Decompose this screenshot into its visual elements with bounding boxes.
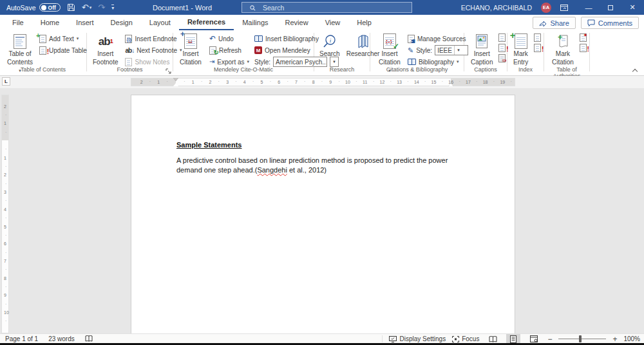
zoom-out-button[interactable]: − <box>547 335 552 343</box>
horizontal-ruler[interactable]: 1212345678910111213141516171819·········… <box>131 78 515 86</box>
mark-entry-button[interactable]: + Mark Entry <box>511 33 531 66</box>
mendeley-insert-citation-icon: +M <box>184 33 197 50</box>
insert-table-of-figures-icon[interactable] <box>498 33 506 42</box>
web-layout-button[interactable] <box>527 334 541 344</box>
autosave-state: Off <box>48 5 56 11</box>
ribbon: Table of Contents ▾ + Add Text▾ ! Update… <box>0 30 644 76</box>
comments-button[interactable]: Comments <box>581 17 639 29</box>
group-label: Captions <box>464 66 507 75</box>
tab-review[interactable]: Review <box>277 15 317 30</box>
tab-view[interactable]: View <box>317 15 349 30</box>
update-table-button[interactable]: ! Update Table <box>39 45 87 55</box>
tab-home[interactable]: Home <box>32 15 68 30</box>
print-layout-button[interactable] <box>506 334 520 344</box>
tab-help[interactable]: Help <box>348 15 380 30</box>
collapse-ribbon-button[interactable] <box>632 68 638 73</box>
search-button[interactable]: i Search <box>317 33 343 59</box>
update-table-of-figures-icon[interactable]: ! <box>498 44 506 52</box>
manage-sources-button[interactable]: ▦ Manage Sources <box>408 33 468 44</box>
tab-mailings[interactable]: Mailings <box>234 15 276 30</box>
update-table-icon: ! <box>39 46 46 55</box>
word-count[interactable]: 23 words <box>48 335 75 342</box>
zoom-level[interactable]: 100% <box>623 335 640 342</box>
citation-style-row: ✎ Style: IEEE ▾ <box>408 45 468 55</box>
insert-table-of-authorities-icon[interactable]: ✦ <box>580 33 587 42</box>
mendeley-export-button[interactable]: ⇥ Export as▾ <box>209 57 249 67</box>
update-index-icon[interactable]: ! <box>534 44 541 52</box>
zoom-slider[interactable] <box>558 339 606 339</box>
tab-file[interactable]: File <box>4 15 32 30</box>
export-icon: ⇥ <box>209 59 214 65</box>
insert-footnote-button[interactable]: ab1 Insert Footnote <box>90 33 120 66</box>
search-input[interactable]: Search <box>242 2 412 13</box>
mendeley-undo-button[interactable]: ↶ Undo <box>209 33 249 44</box>
display-settings-icon <box>389 336 397 342</box>
hanging-indent-marker[interactable] <box>173 83 178 86</box>
autosave-toggle[interactable]: AutoSave Off <box>6 3 61 12</box>
mark-citation-button[interactable]: + Mark Citation <box>549 33 576 66</box>
bibliography-button[interactable]: Bibliography▾ <box>408 57 468 67</box>
group-table-of-contents: Table of Contents ▾ + Add Text▾ ! Update… <box>0 30 86 75</box>
document-page[interactable]: Sample Statements A predictive control b… <box>131 95 515 333</box>
page-indicator[interactable]: Page 1 of 1 <box>5 335 38 342</box>
tab-stop-selector[interactable]: L <box>2 77 10 86</box>
document-heading[interactable]: Sample Statements <box>176 141 242 149</box>
document-paragraph[interactable]: A predictive control based on linear pre… <box>176 156 479 175</box>
restore-button[interactable] <box>604 4 617 12</box>
group-label: Citations & Bibliography <box>370 66 464 75</box>
proofing-icon[interactable] <box>85 335 93 342</box>
tab-design[interactable]: Design <box>102 15 141 30</box>
group-table-of-authorities: + Mark Citation ✦ ! Table of Authorities <box>544 30 589 75</box>
manage-sources-icon: ▦ <box>408 35 415 43</box>
mendeley-icon: M <box>254 46 262 54</box>
footnotes-dialog-launcher-icon[interactable] <box>166 68 171 74</box>
customize-qat-icon[interactable]: ▾ <box>111 5 114 11</box>
focus-icon <box>452 336 459 342</box>
zoom-in-button[interactable]: + <box>612 335 617 343</box>
status-bar: Page 1 of 1 23 words Display Settings Fo… <box>0 333 644 343</box>
user-name[interactable]: ECHANO, ARCHIBALD <box>461 4 532 12</box>
insert-caption-button[interactable]: Insert Caption <box>468 33 495 66</box>
tab-references[interactable]: References <box>179 15 234 30</box>
style-label: Style: <box>254 59 270 66</box>
group-label: Table of Contents <box>0 66 86 75</box>
tab-layout[interactable]: Layout <box>141 15 179 30</box>
save-icon[interactable] <box>67 3 75 12</box>
vertical-ruler[interactable]: 1212345678910············· <box>1 95 9 333</box>
svg-text:i: i <box>330 37 332 44</box>
undo-button[interactable]: ↶▾ <box>82 3 91 12</box>
redo-button[interactable]: ↷ <box>98 3 105 12</box>
read-mode-button[interactable] <box>486 334 500 344</box>
share-button[interactable]: Share <box>533 17 575 29</box>
cross-reference-icon[interactable]: ▭ <box>498 54 506 62</box>
group-research: i Search Researcher Research <box>314 30 370 75</box>
undo-icon: ↶ <box>209 35 216 42</box>
add-text-button[interactable]: + Add Text▾ <box>39 33 87 44</box>
search-icon <box>250 5 256 11</box>
ruler-row: L 1212345678910111213141516171819·······… <box>0 76 644 88</box>
zoom-slider-thumb[interactable] <box>579 335 582 342</box>
ribbon-display-options-icon[interactable] <box>560 5 573 11</box>
citation-style-select[interactable]: IEEE ▾ <box>435 45 468 55</box>
group-mendeley: +M Insert Citation ↶ Undo ↻ Refresh ⇥ Ex… <box>173 30 314 75</box>
minimize-button[interactable]: — <box>582 4 595 12</box>
display-settings-button[interactable]: Display Settings <box>382 335 446 342</box>
group-label: Mendeley Cite-O-Matic <box>173 66 314 75</box>
title-bar: AutoSave Off ↶▾ ↷ ▾ Document1 - Word Sea… <box>0 0 644 15</box>
focus-button[interactable]: Focus <box>452 335 479 342</box>
mendeley-insert-citation-button[interactable]: +M Insert Citation <box>177 33 204 66</box>
tab-insert[interactable]: Insert <box>68 15 102 30</box>
avatar[interactable]: EA <box>541 3 551 13</box>
close-button[interactable]: ✕ <box>626 3 639 12</box>
tab-strip: FileHomeInsertDesignLayoutReferencesMail… <box>4 15 380 30</box>
group-label: Footnotes <box>87 66 173 75</box>
group-label: Index <box>507 66 544 75</box>
insert-caption-icon <box>475 33 488 50</box>
spellcheck-word[interactable]: Sangdehi <box>257 166 287 174</box>
group-label: Research <box>314 66 370 75</box>
show-notes-icon <box>125 58 132 66</box>
mendeley-refresh-button[interactable]: ↻ Refresh <box>209 45 249 55</box>
first-line-indent-marker[interactable] <box>173 78 178 81</box>
insert-index-icon[interactable] <box>534 33 541 42</box>
update-table-of-authorities-icon[interactable]: ! <box>580 44 587 52</box>
